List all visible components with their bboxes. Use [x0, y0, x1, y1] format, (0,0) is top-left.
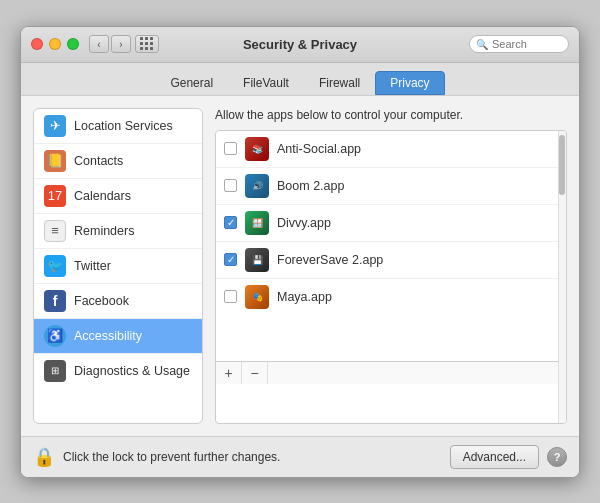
tab-privacy[interactable]: Privacy	[375, 71, 444, 95]
main-panel: Allow the apps below to control your com…	[215, 108, 567, 424]
grid-icon	[140, 37, 154, 51]
apps-list: 📚 Anti-Social.app 🔊 Boom 2.app ✓ 🪟 Divvy…	[216, 131, 566, 361]
list-controls: + −	[216, 361, 566, 384]
lock-icon: 🔒	[33, 446, 55, 468]
app-icon-foreversave: 💾	[245, 248, 269, 272]
diagnostics-icon: ⊞	[44, 360, 66, 382]
app-checkbox-boom2[interactable]	[224, 179, 237, 192]
tab-general[interactable]: General	[155, 71, 228, 95]
sidebar-item-label: Accessibility	[74, 329, 142, 343]
reminders-icon: ≡	[44, 220, 66, 242]
app-name: Boom 2.app	[277, 179, 344, 193]
app-icon-anti-social: 📚	[245, 137, 269, 161]
sidebar-item-contacts[interactable]: 📒 Contacts	[34, 144, 202, 179]
sidebar-item-label: Diagnostics & Usage	[74, 364, 190, 378]
app-name: Anti-Social.app	[277, 142, 361, 156]
search-box[interactable]: 🔍	[469, 35, 569, 53]
window-title: Security & Privacy	[243, 37, 357, 52]
maximize-button[interactable]	[67, 38, 79, 50]
sidebar-item-label: Facebook	[74, 294, 129, 308]
search-icon: 🔍	[476, 39, 488, 50]
main-window: ‹ › Security & Privacy 🔍 General FileVau…	[20, 26, 580, 478]
sidebar: ✈ Location Services 📒 Contacts 17 Calend…	[33, 108, 203, 424]
sidebar-item-diagnostics[interactable]: ⊞ Diagnostics & Usage	[34, 354, 202, 388]
back-button[interactable]: ‹	[89, 35, 109, 53]
footer-lock-text: Click the lock to prevent further change…	[63, 450, 442, 464]
app-checkbox-anti-social[interactable]	[224, 142, 237, 155]
titlebar: ‹ › Security & Privacy 🔍	[21, 27, 579, 63]
app-checkbox-foreversave[interactable]: ✓	[224, 253, 237, 266]
app-checkbox-divvy[interactable]: ✓	[224, 216, 237, 229]
scrollbar-track[interactable]	[558, 131, 566, 423]
nav-buttons: ‹ ›	[89, 35, 131, 53]
list-item: 🔊 Boom 2.app	[216, 168, 566, 205]
accessibility-icon: ♿	[44, 325, 66, 347]
sidebar-item-label: Reminders	[74, 224, 134, 238]
scrollbar-thumb[interactable]	[559, 135, 565, 195]
app-icon-maya: 🎭	[245, 285, 269, 309]
twitter-icon: 🐦	[44, 255, 66, 277]
location-services-icon: ✈	[44, 115, 66, 137]
list-item: 📚 Anti-Social.app	[216, 131, 566, 168]
list-item: ✓ 💾 ForeverSave 2.app	[216, 242, 566, 279]
tabs-bar: General FileVault Firewall Privacy	[21, 63, 579, 96]
tab-firewall[interactable]: Firewall	[304, 71, 375, 95]
sidebar-item-label: Location Services	[74, 119, 173, 133]
tab-filevault[interactable]: FileVault	[228, 71, 304, 95]
sidebar-item-label: Calendars	[74, 189, 131, 203]
forward-button[interactable]: ›	[111, 35, 131, 53]
sidebar-item-reminders[interactable]: ≡ Reminders	[34, 214, 202, 249]
sidebar-item-label: Contacts	[74, 154, 123, 168]
app-name: ForeverSave 2.app	[277, 253, 383, 267]
remove-app-button[interactable]: −	[242, 362, 268, 384]
help-button[interactable]: ?	[547, 447, 567, 467]
app-checkbox-maya[interactable]	[224, 290, 237, 303]
add-app-button[interactable]: +	[216, 362, 242, 384]
contacts-icon: 📒	[44, 150, 66, 172]
app-name: Divvy.app	[277, 216, 331, 230]
advanced-button[interactable]: Advanced...	[450, 445, 539, 469]
sidebar-item-label: Twitter	[74, 259, 111, 273]
facebook-icon: f	[44, 290, 66, 312]
footer: 🔒 Click the lock to prevent further chan…	[21, 436, 579, 477]
list-item: ✓ 🪟 Divvy.app	[216, 205, 566, 242]
sidebar-item-location-services[interactable]: ✈ Location Services	[34, 109, 202, 144]
main-description: Allow the apps below to control your com…	[215, 108, 567, 122]
list-item: 🎭 Maya.app	[216, 279, 566, 315]
sidebar-item-facebook[interactable]: f Facebook	[34, 284, 202, 319]
apps-list-container: 📚 Anti-Social.app 🔊 Boom 2.app ✓ 🪟 Divvy…	[215, 130, 567, 424]
sidebar-item-twitter[interactable]: 🐦 Twitter	[34, 249, 202, 284]
close-button[interactable]	[31, 38, 43, 50]
sidebar-item-accessibility[interactable]: ♿ Accessibility	[34, 319, 202, 354]
grid-view-button[interactable]	[135, 35, 159, 53]
minimize-button[interactable]	[49, 38, 61, 50]
app-name: Maya.app	[277, 290, 332, 304]
calendars-icon: 17	[44, 185, 66, 207]
app-icon-divvy: 🪟	[245, 211, 269, 235]
app-icon-boom2: 🔊	[245, 174, 269, 198]
content-area: ✈ Location Services 📒 Contacts 17 Calend…	[21, 96, 579, 436]
sidebar-item-calendars[interactable]: 17 Calendars	[34, 179, 202, 214]
search-input[interactable]	[492, 38, 572, 50]
traffic-lights	[31, 38, 79, 50]
